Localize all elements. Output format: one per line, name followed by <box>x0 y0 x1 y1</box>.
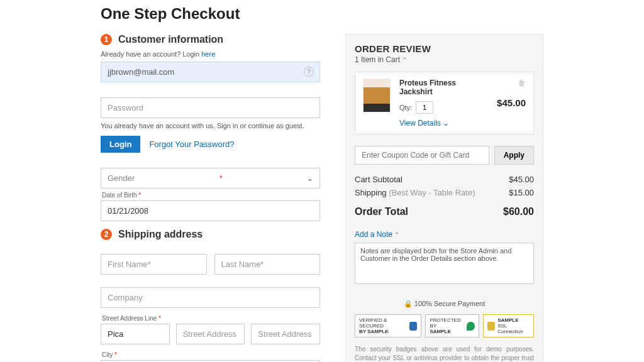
product-name: Proteus Fitness Jackshirt <box>399 79 488 96</box>
signin-hint: You already have an account with us. Sig… <box>101 122 320 129</box>
already-account-hint: Already have an account? Login here <box>101 50 320 58</box>
trust-badges: VERIFIED & SECUREDBY SAMPLE PROTECTED BY… <box>355 314 534 337</box>
subtotal-value: $45.00 <box>509 175 534 184</box>
help-icon[interactable]: ? <box>304 67 314 77</box>
company-field[interactable] <box>101 287 320 308</box>
badge-antivirus: PROTECTED BYSAMPLE <box>425 314 479 337</box>
step-customer-heading: 1 Customer information <box>101 34 320 45</box>
subtotal-label: Cart Subtotal <box>355 175 402 184</box>
chevron-down-icon: ⌄ <box>443 119 449 128</box>
page-title: One Step Checkout <box>101 5 543 23</box>
order-note-textarea[interactable] <box>355 243 534 284</box>
lock-icon: 🔒 <box>404 300 413 307</box>
dob-field[interactable] <box>101 200 320 221</box>
badge-disclaimer: The security badges above are used for d… <box>355 345 534 362</box>
order-review-title: ORDER REVIEW <box>355 43 534 54</box>
apply-coupon-button[interactable]: Apply <box>494 146 534 165</box>
items-in-cart-toggle[interactable]: 1 Item in Cart ⌃ <box>355 55 534 64</box>
add-note-toggle[interactable]: Add a Note ⌃ <box>355 230 534 239</box>
login-button[interactable]: Login <box>101 136 140 153</box>
street1-field[interactable] <box>101 324 170 344</box>
product-thumbnail <box>363 79 391 112</box>
city-label: City * <box>102 351 320 358</box>
last-name-field[interactable] <box>214 254 321 275</box>
remove-item-icon[interactable]: 🗑 <box>518 79 526 87</box>
qty-input[interactable] <box>416 101 433 114</box>
badge-verified: VERIFIED & SECUREDBY SAMPLE <box>355 314 421 337</box>
shipping-value: $15.00 <box>509 188 534 197</box>
caret-up-icon: ⌃ <box>394 231 399 238</box>
order-total-value: $60.00 <box>503 206 534 217</box>
step-shipping-heading: 2 Shipping address <box>101 229 320 240</box>
caret-up-icon: ⌃ <box>402 57 407 63</box>
order-review-panel: ORDER REVIEW 1 Item in Cart ⌃ Proteus Fi… <box>345 34 543 362</box>
street2-field[interactable] <box>176 324 245 344</box>
street3-field[interactable] <box>251 324 320 344</box>
shipping-label: Shipping <box>355 188 387 197</box>
step-title-shipping: Shipping address <box>118 229 203 240</box>
login-here-link[interactable]: here <box>201 50 215 58</box>
forgot-password-link[interactable]: Forgot Your Password? <box>149 140 234 149</box>
shipping-method: (Best Way - Table Rate) <box>387 188 475 197</box>
password-field[interactable] <box>101 97 320 118</box>
view-details-link[interactable]: View Details ⌄ <box>399 119 488 128</box>
step-number-2: 2 <box>101 229 112 240</box>
badge-ssl: SAMPLESSL Connection <box>483 314 534 337</box>
qty-label: Qty: <box>399 104 412 111</box>
cart-item: Proteus Fitness Jackshirt Qty: View Deta… <box>355 72 534 134</box>
chevron-down-icon: ⌄ <box>307 174 313 183</box>
secure-payment-label: 🔒 100% Secure Payment <box>355 300 534 308</box>
step-number-1: 1 <box>101 34 112 45</box>
street-label: Street Address Line * <box>102 315 320 322</box>
coupon-input[interactable] <box>355 146 489 165</box>
item-price: $45.00 <box>497 97 526 108</box>
dob-label: Date of Birth * <box>102 192 320 199</box>
order-total-label: Order Total <box>355 206 408 217</box>
email-field[interactable] <box>101 62 320 82</box>
step-title-customer: Customer information <box>118 34 223 45</box>
first-name-field[interactable] <box>101 254 207 275</box>
gender-select[interactable]: Gender* ⌄ <box>101 168 320 189</box>
